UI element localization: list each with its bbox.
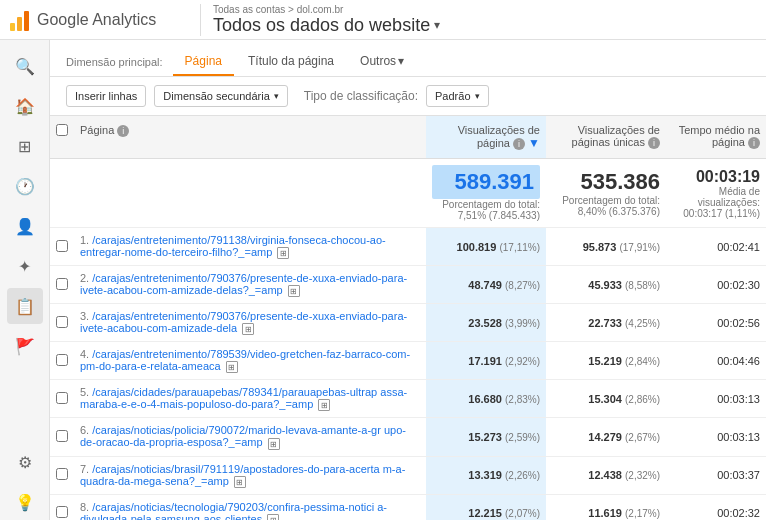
sidebar-acquisition[interactable]: ✦ xyxy=(7,248,43,284)
insert-lines-button[interactable]: Inserir linhas xyxy=(66,85,146,107)
row-pageviews-cell: 12.215 (2,07%) xyxy=(426,494,546,520)
page-link[interactable]: /carajas/entretenimento/791138/virginia-… xyxy=(80,234,386,258)
page-info-icon[interactable]: i xyxy=(117,125,129,137)
row-avgtime-value: 00:03:13 xyxy=(717,393,760,405)
row-pageviews-value: 12.215 xyxy=(468,507,502,519)
logo-bar-1 xyxy=(10,23,15,31)
sort-type-button[interactable]: Padrão ▾ xyxy=(426,85,488,107)
sidebar-behavior[interactable]: 📋 xyxy=(7,288,43,324)
row-unique-pct: (2,86%) xyxy=(625,394,660,405)
row-page-cell: 2. /carajas/entretenimento/790376/presen… xyxy=(74,266,426,304)
page-link[interactable]: /carajas/entretenimento/789539/video-gre… xyxy=(80,348,410,372)
row-number: 2. xyxy=(80,272,89,284)
table-row: 7. /carajas/noticias/brasil/791119/apost… xyxy=(50,456,766,494)
row-avgtime-cell: 00:03:37 xyxy=(666,456,766,494)
page-external-icon[interactable]: ⊞ xyxy=(288,285,300,297)
sidebar-conversions[interactable]: 🚩 xyxy=(7,328,43,364)
toolbar: Inserir linhas Dimensão secundária ▾ Tip… xyxy=(50,77,766,116)
secondary-dimension-button[interactable]: Dimensão secundária ▾ xyxy=(154,85,287,107)
pageviews-info-icon[interactable]: i xyxy=(513,138,525,150)
tab-outros[interactable]: Outros ▾ xyxy=(348,48,416,76)
row-pageviews-cell: 17.191 (2,92%) xyxy=(426,342,546,380)
sidebar-search[interactable]: 🔍 xyxy=(7,48,43,84)
row-pageviews-cell: 100.819 (17,11%) xyxy=(426,228,546,266)
row-avgtime-value: 00:02:41 xyxy=(717,241,760,253)
site-title-text: Todos os dados do website xyxy=(213,15,430,36)
th-unique-pageviews: Visualizações de páginas únicas i xyxy=(546,116,666,159)
secondary-dim-arrow: ▾ xyxy=(274,91,279,101)
row-page-cell: 1. /carajas/entretenimento/791138/virgin… xyxy=(74,228,426,266)
row-pageviews-value: 15.273 xyxy=(468,431,502,443)
page-external-icon[interactable]: ⊞ xyxy=(277,247,289,259)
app-title: Google Analytics xyxy=(37,11,156,29)
row-checkbox-0[interactable] xyxy=(56,240,68,252)
sidebar-audience[interactable]: 👤 xyxy=(7,208,43,244)
total-unique-sub: 8,40% (6.375.376) xyxy=(552,206,660,217)
outros-dropdown-icon[interactable]: ▾ xyxy=(398,54,404,68)
dimension-label: Dimensão principal: xyxy=(66,56,163,68)
th-pageviews: Visualizações de página i ▼ xyxy=(426,116,546,159)
avgtime-info-icon[interactable]: i xyxy=(748,137,760,149)
row-unique-cell: 22.733 (4,25%) xyxy=(546,304,666,342)
row-unique-pct: (4,25%) xyxy=(625,318,660,329)
page-link[interactable]: /carajas/cidades/parauapebas/789341/para… xyxy=(80,386,407,410)
row-page-cell: 4. /carajas/entretenimento/789539/video-… xyxy=(74,342,426,380)
row-checkbox-6[interactable] xyxy=(56,468,68,480)
sidebar: 🔍 🏠 ⊞ 🕐 👤 ✦ 📋 🚩 ⚙ 💡 xyxy=(0,40,50,520)
row-checkbox-2[interactable] xyxy=(56,316,68,328)
row-pageviews-pct: (2,92%) xyxy=(505,356,540,367)
page-external-icon[interactable]: ⊞ xyxy=(226,361,238,373)
row-unique-value: 22.733 xyxy=(588,317,622,329)
row-checkbox-3[interactable] xyxy=(56,354,68,366)
tab-page[interactable]: Página xyxy=(173,48,234,76)
row-number: 3. xyxy=(80,310,89,322)
row-avgtime-value: 00:02:56 xyxy=(717,317,760,329)
page-external-icon[interactable]: ⊞ xyxy=(234,476,246,488)
row-pageviews-cell: 23.528 (3,99%) xyxy=(426,304,546,342)
page-external-icon[interactable]: ⊞ xyxy=(267,514,279,520)
row-checkbox-5[interactable] xyxy=(56,430,68,442)
row-checkbox-1[interactable] xyxy=(56,278,68,290)
row-pageviews-pct: (17,11%) xyxy=(499,242,540,253)
table-row: 8. /carajas/noticias/tecnologia/790203/c… xyxy=(50,494,766,520)
page-link[interactable]: /carajas/entretenimento/790376/presente-… xyxy=(80,272,407,296)
page-link[interactable]: /carajas/noticias/tecnologia/790203/conf… xyxy=(80,501,387,520)
unique-info-icon[interactable]: i xyxy=(648,137,660,149)
table-row: 6. /carajas/noticias/policia/790072/mari… xyxy=(50,418,766,456)
row-pageviews-cell: 48.749 (8,27%) xyxy=(426,266,546,304)
table-header: Página i Visualizações de página i ▼ Vis… xyxy=(50,116,766,159)
sidebar-help[interactable]: 💡 xyxy=(7,484,43,520)
header-nav: Todas as contas > dol.com.br Todos os da… xyxy=(200,4,440,36)
sidebar-home[interactable]: 🏠 xyxy=(7,88,43,124)
page-external-icon[interactable]: ⊞ xyxy=(268,438,280,450)
row-unique-cell: 95.873 (17,91%) xyxy=(546,228,666,266)
row-checkbox-cell xyxy=(50,380,74,418)
select-all-checkbox[interactable] xyxy=(56,124,68,136)
page-external-icon[interactable]: ⊞ xyxy=(242,323,254,335)
total-pageviews-value: 589.391 xyxy=(432,165,540,199)
tab-page-title[interactable]: Título da página xyxy=(236,48,346,76)
row-checkbox-7[interactable] xyxy=(56,506,68,518)
th-page: Página i xyxy=(74,116,426,159)
th-avg-time: Tempo médio na página i xyxy=(666,116,766,159)
row-unique-value: 95.873 xyxy=(583,241,617,253)
sidebar-realtime[interactable]: 🕐 xyxy=(7,168,43,204)
row-unique-pct: (2,32%) xyxy=(625,470,660,481)
sort-arrow-icon: ▼ xyxy=(528,136,540,150)
row-pageviews-value: 48.749 xyxy=(468,279,502,291)
sidebar-admin[interactable]: ⚙ xyxy=(7,444,43,480)
th-checkbox xyxy=(50,116,74,159)
row-checkbox-cell xyxy=(50,418,74,456)
total-checkbox-cell xyxy=(50,159,74,228)
sidebar-dashboard[interactable]: ⊞ xyxy=(7,128,43,164)
row-avgtime-cell: 00:04:46 xyxy=(666,342,766,380)
row-pageviews-pct: (2,07%) xyxy=(505,508,540,519)
main-content: Dimensão principal: Página Título da pág… xyxy=(50,40,766,520)
site-dropdown-icon[interactable]: ▾ xyxy=(434,18,440,32)
row-page-cell: 8. /carajas/noticias/tecnologia/790203/c… xyxy=(74,494,426,520)
total-unique-value: 535.386 xyxy=(552,169,660,195)
page-external-icon[interactable]: ⊞ xyxy=(318,399,330,411)
page-link[interactable]: /carajas/noticias/policia/790072/marido-… xyxy=(80,424,406,448)
row-checkbox-4[interactable] xyxy=(56,392,68,404)
site-title[interactable]: Todos os dados do website ▾ xyxy=(213,15,440,36)
